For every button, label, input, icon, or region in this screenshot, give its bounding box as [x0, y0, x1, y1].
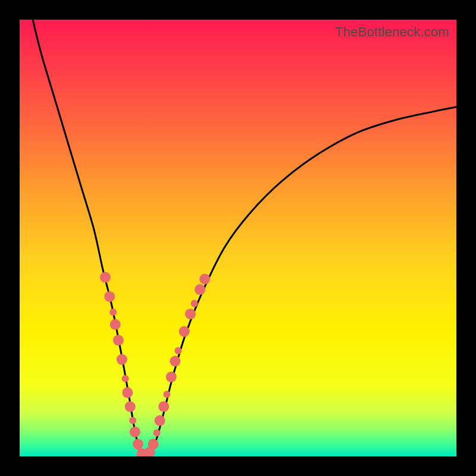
marker-dot: [113, 335, 124, 346]
marker-dot: [199, 274, 210, 284]
marker-dot: [100, 272, 111, 283]
watermark-text: TheBottleneck.com: [335, 24, 449, 40]
marker-dot: [110, 319, 121, 330]
marker-dot: [122, 387, 133, 398]
marker-dot: [174, 347, 181, 354]
marker-dot: [104, 291, 115, 302]
marker-dot: [158, 401, 169, 412]
chart-svg: [20, 20, 456, 456]
marker-dot: [130, 427, 140, 437]
marker-dot: [154, 429, 161, 436]
marker-dot: [179, 326, 190, 337]
chart-frame: TheBottleneck.com: [0, 0, 476, 476]
marker-dot: [125, 401, 136, 412]
bottleneck-curve: [33, 20, 456, 456]
marker-group: [100, 272, 210, 456]
marker-dot: [163, 391, 170, 398]
marker-dot: [122, 375, 129, 382]
marker-dot: [185, 309, 196, 320]
marker-dot: [129, 417, 136, 424]
marker-dot: [195, 284, 205, 295]
marker-dot: [166, 371, 177, 382]
marker-dot: [148, 439, 159, 449]
marker-dot: [117, 354, 127, 365]
plot-area: TheBottleneck.com: [20, 20, 456, 456]
marker-dot: [170, 356, 180, 367]
marker-dot: [155, 415, 165, 426]
marker-dot: [109, 309, 117, 316]
marker-dot: [191, 300, 198, 307]
marker-dot: [133, 439, 143, 449]
